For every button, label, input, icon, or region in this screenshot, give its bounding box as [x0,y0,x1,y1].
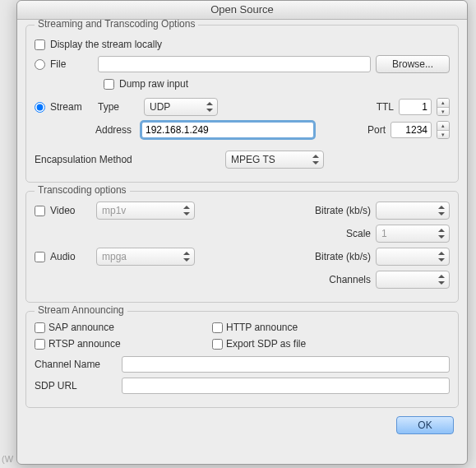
file-path-input[interactable] [98,56,371,72]
rtsp-checkbox[interactable] [35,339,45,350]
browse-button[interactable]: Browse... [376,55,450,73]
window-title: Open Source [17,1,467,20]
channel-name-row: Channel Name [35,356,450,373]
scale-row: Scale 1 [35,225,450,243]
address-input[interactable] [141,122,314,138]
sdp-url-label: SDP URL [35,380,117,392]
dump-raw-label: Dump raw input [119,78,188,90]
display-locally-label: Display the stream locally [50,39,162,50]
dialog-footer: OK [25,416,459,434]
transcoding-group: Transcoding options Video mp1v Bitrate (… [25,191,459,303]
announce-row2: RTSP announce Export SDP as file [35,338,450,350]
window-body: Streaming and Transcoding Options Displa… [17,20,467,464]
video-codec-select[interactable]: mp1v [96,202,195,220]
ttl-input[interactable] [399,99,432,115]
streaming-group: Streaming and Transcoding Options Displa… [25,25,459,183]
streaming-group-title: Streaming and Transcoding Options [35,20,198,30]
type-label: Type [98,101,139,113]
export-sdp-label: Export SDP as file [226,338,306,350]
channel-name-label: Channel Name [35,359,117,370]
announce-row1: SAP announce HTTP announce [35,322,450,333]
address-label: Address [95,124,136,136]
transcoding-group-title: Transcoding options [35,184,130,196]
video-label: Video [50,205,91,216]
encaps-select[interactable]: MPEG TS [225,151,324,169]
channels-row: Channels [35,271,450,289]
port-label: Port [367,124,386,136]
scale-label: Scale [346,228,371,239]
announces-group: Stream Announcing SAP announce HTTP anno… [25,311,459,408]
channel-name-input[interactable] [122,356,450,373]
video-checkbox[interactable] [35,206,45,216]
file-radio[interactable] [35,59,45,70]
http-checkbox[interactable] [212,322,223,333]
ttl-stepper[interactable]: ▴▾ [437,98,450,116]
rtsp-label: RTSP announce [49,338,121,350]
channels-label: Channels [329,274,371,285]
encaps-row: Encapsulation Method MPEG TS [35,151,450,169]
type-select[interactable]: UDP [144,98,218,116]
video-bitrate-select[interactable] [376,202,450,220]
video-row: Video mp1v Bitrate (kb/s) [35,202,450,220]
ok-button[interactable]: OK [396,416,454,434]
video-bitrate-label: Bitrate (kb/s) [315,205,371,216]
audio-row: Audio mpga Bitrate (kb/s) [35,248,450,266]
audio-bitrate-label: Bitrate (kb/s) [315,251,371,262]
background-text: (W [2,454,13,464]
stream-radio[interactable] [35,102,45,113]
audio-codec-select[interactable]: mpga [96,248,195,266]
audio-label: Audio [50,251,91,262]
announces-group-title: Stream Announcing [35,304,127,316]
sdp-url-input[interactable] [122,378,450,394]
port-stepper[interactable]: ▴▾ [437,121,450,139]
port-input[interactable] [391,122,432,138]
export-sdp-checkbox[interactable] [212,339,223,350]
encaps-label: Encapsulation Method [35,154,158,165]
sdp-url-row: SDP URL [35,378,450,394]
stream-type-row: Stream Type UDP TTL ▴▾ [35,98,450,116]
file-row: File Browse... [35,55,450,73]
stream-label: Stream [50,101,93,113]
channels-select[interactable] [376,271,450,289]
open-source-window: Open Source Streaming and Transcoding Op… [16,0,468,465]
display-locally-checkbox[interactable] [35,39,45,50]
sap-checkbox[interactable] [35,322,45,333]
audio-checkbox[interactable] [35,252,45,262]
sap-label: SAP announce [49,322,114,333]
dump-raw-checkbox[interactable] [104,79,114,90]
file-label: File [50,58,93,70]
scale-select[interactable]: 1 [376,225,450,243]
http-label: HTTP announce [226,322,298,333]
display-locally-row: Display the stream locally [35,39,450,50]
dump-raw-row: Dump raw input [104,78,450,90]
audio-bitrate-select[interactable] [376,248,450,266]
ttl-label: TTL [377,101,394,113]
stream-address-row: Address Port ▴▾ [95,121,450,139]
